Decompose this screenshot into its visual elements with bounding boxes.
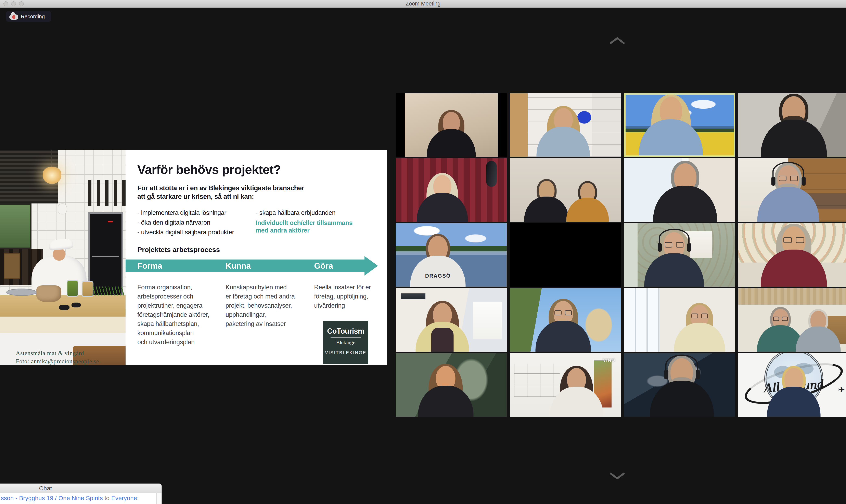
- participant-tile[interactable]: [738, 223, 846, 287]
- participant-video: [624, 288, 735, 352]
- participant-video: [510, 93, 621, 157]
- participant-video: [738, 158, 846, 222]
- cotourism-logo: CoTourism Blekinge VISITBLEKINGE: [323, 321, 368, 364]
- person-silhouette: [418, 366, 473, 417]
- photo-caption-line2: Foto: annika@preciouspeople.se: [16, 357, 99, 365]
- plane-icon: ✈: [838, 385, 845, 394]
- chat-recipient[interactable]: Everyone:: [111, 494, 139, 501]
- process-step-body-kunna: Kunskapsutbyten med er företag och med a…: [226, 283, 313, 328]
- participant-tile[interactable]: VINO: [510, 353, 621, 417]
- window-title: Zoom Meeting: [0, 0, 846, 7]
- participant-video: [405, 93, 498, 157]
- logo-line2: Blekinge: [336, 340, 355, 346]
- person-silhouette: [674, 305, 725, 352]
- chevron-up-icon: [609, 36, 625, 45]
- participant-tile[interactable]: [510, 158, 621, 222]
- participant-video: DRAGSÖ: [396, 223, 507, 287]
- person-silhouette: [536, 108, 590, 157]
- participant-tile[interactable]: [396, 93, 507, 157]
- chat-titlebar[interactable]: Chat: [0, 484, 161, 493]
- glasses-icon: [535, 310, 591, 316]
- participant-video: [396, 158, 507, 222]
- participant-video: [396, 288, 507, 352]
- participant-tile[interactable]: [624, 288, 735, 352]
- participant-tile[interactable]: DRAGSÖ: [396, 223, 507, 287]
- logo-line3: VISITBLEKINGE: [325, 350, 366, 355]
- chat-message-header: sson - Brygghus 19 / One Nine Spirits to…: [1, 494, 139, 502]
- participant-tile[interactable]: [624, 158, 735, 222]
- process-heading: Projektets arbetsprocess: [137, 246, 220, 254]
- chat-message-text: ri: [1, 503, 4, 504]
- participant-tile[interactable]: [510, 93, 621, 157]
- participant-video-grid: DRAGSÖVINOAll Around✈: [396, 93, 846, 417]
- participant-tile[interactable]: [738, 288, 846, 352]
- chat-to-label: to: [103, 494, 111, 501]
- participant-tile[interactable]: All Around✈: [738, 353, 846, 417]
- scroll-participants-up-button[interactable]: [609, 36, 625, 45]
- bullet-item: - utveckla digitalt säljbara produkter: [137, 229, 234, 236]
- bullet-item: - skapa hållbara erbjudanden: [255, 209, 335, 216]
- participant-video: [738, 288, 846, 352]
- participant-tile[interactable]: [510, 223, 621, 287]
- person-silhouette: [653, 163, 717, 222]
- bullet-item: - öka den digitala närvaron: [137, 219, 210, 226]
- person-silhouette: [644, 232, 704, 287]
- logo-divider: [331, 338, 361, 338]
- cloud-recording-icon: [10, 14, 18, 20]
- scroll-participants-down-button[interactable]: [609, 471, 625, 481]
- participant-video: [624, 353, 735, 417]
- participant-video: VINO: [510, 353, 621, 417]
- person-silhouette: [767, 368, 821, 417]
- participant-video: [625, 95, 734, 155]
- teal-note-line2: med andra aktörer: [255, 227, 310, 234]
- headset-icon: [773, 162, 804, 182]
- process-step-body-forma: Forma organisation, arbetsprocesser och …: [137, 283, 225, 347]
- clothing-label: DRAGSÖ: [425, 273, 451, 279]
- photo-caption-line1: Astensmåla mat & vingård: [16, 349, 84, 357]
- person-silhouette: [427, 112, 476, 157]
- participant-tile[interactable]: [624, 93, 735, 157]
- participant-video: All Around✈: [738, 353, 846, 417]
- participant-tile[interactable]: [624, 353, 735, 417]
- person-silhouette: [417, 175, 468, 222]
- person-silhouette: [639, 97, 703, 155]
- participant-tile[interactable]: [396, 353, 507, 417]
- recording-label: Recording...: [21, 13, 49, 20]
- person-silhouette: [757, 165, 819, 222]
- chat-scrollbar[interactable]: [156, 493, 161, 504]
- participant-tile[interactable]: [396, 288, 507, 352]
- person-silhouette: DRAGSÖ: [410, 236, 466, 287]
- chat-sender[interactable]: sson - Brygghus 19 / One Nine Spirits: [1, 494, 103, 501]
- person-silhouette: [796, 311, 841, 352]
- process-step-label-gora: Göra: [314, 259, 333, 272]
- process-arrow-head: [365, 256, 378, 275]
- participant-video: [738, 223, 846, 287]
- person-silhouette: [524, 181, 569, 222]
- person-silhouette: [416, 303, 469, 352]
- participant-tile[interactable]: [738, 158, 846, 222]
- participant-video: [738, 93, 846, 157]
- participant-tile[interactable]: [738, 93, 846, 157]
- process-step-label-kunna: Kunna: [226, 259, 251, 272]
- participant-tile[interactable]: [624, 223, 735, 287]
- chat-window[interactable]: Chat sson - Brygghus 19 / One Nine Spiri…: [0, 484, 161, 504]
- camera-off-video: [510, 223, 621, 287]
- poster-label: VINO: [603, 358, 615, 363]
- studio-microphone-icon: [486, 161, 497, 187]
- teal-note-line1: Individuellt och/eller tillsammans: [255, 219, 353, 227]
- slide-subtitle: För att stötta er i en av Blekinges vikt…: [137, 184, 304, 201]
- person-silhouette: [761, 226, 827, 287]
- person-silhouette: [761, 96, 827, 157]
- chat-title: Chat: [39, 484, 52, 493]
- participant-tile[interactable]: [510, 288, 621, 352]
- person-silhouette: [566, 183, 609, 222]
- person-silhouette: [650, 358, 714, 417]
- participant-tile[interactable]: [396, 158, 507, 222]
- slide-photo-kitchen: Astensmåla mat & vingård Foto: annika@pr…: [0, 150, 126, 365]
- participant-video: [396, 353, 507, 417]
- participant-video: [624, 223, 735, 287]
- participant-video: [510, 288, 621, 352]
- bullet-item: - implementera digitala lösningar: [137, 209, 226, 216]
- chevron-down-icon: [609, 471, 625, 481]
- person-silhouette: [550, 368, 603, 417]
